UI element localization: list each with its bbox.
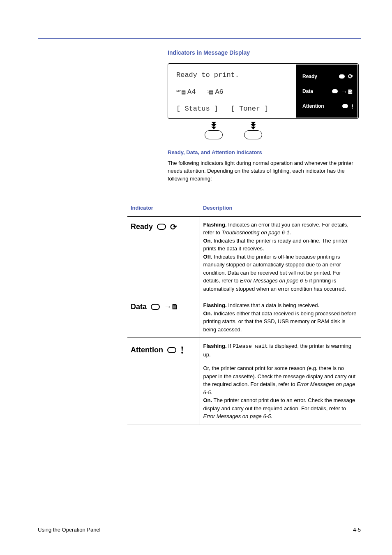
table-row: Ready ⟳ Flashing. Indicates an error tha… [127,216,361,297]
flashing-label: Flashing. [203,302,227,308]
on-label: On. [203,310,212,317]
document-arrow-icon: →🗎 [164,301,179,312]
description-cell-attention: Flashing. If Please wait is displayed, t… [200,338,361,425]
text: The printer cannot print due to an error… [203,397,355,412]
right-softkey-button[interactable] [244,130,262,139]
header-rule [38,38,361,39]
cross-ref-link[interactable]: Error Messages on page 6-5 [240,278,308,284]
text: Indicates that the printer is ready and … [203,238,348,252]
intro-paragraph: The following indicators light during no… [168,160,361,183]
led-outline-icon [167,347,176,353]
off-label: Off. [203,254,212,260]
led-row-attention: Attention ! [301,103,353,110]
on-label: On. [203,238,212,244]
tray-mp-size: A4 [187,88,196,96]
flashing-label: Flashing. [203,222,227,228]
led-bulb-icon [332,89,338,93]
page-number: 4-5 [353,527,361,533]
indicator-cell-ready: Ready ⟳ [127,216,200,297]
indicator-cell-data: Data →🗎 [127,297,200,338]
led-row-ready: Ready ⟳ [301,73,353,80]
tray-1-size: A6 [215,88,223,96]
toner-softkey-label: [ Toner ] [231,105,269,113]
led-bulb-icon [342,104,348,108]
softkeys: ▾▾▾ ▾▾▾ [205,121,359,139]
text: If [227,343,233,349]
text: Indicates either that data received is b… [203,310,357,333]
text: . [290,229,291,236]
table-row: Data →🗎 Flashing. Indicates that a data … [127,297,361,338]
tray-1-icon: ¹▤ [207,89,213,95]
tray-mp-icon: ᴹᴾ▤ [176,89,186,95]
indicator-name: Attention [131,345,163,356]
section-heading: Indicators in Message Display [168,49,361,56]
right-softkey: ▾▾▾ [244,121,262,139]
table-row: Attention ! Flashing. If Please wait is … [127,338,361,425]
led-ready-label: Ready [302,74,317,79]
text: . [211,389,212,395]
speaker-hole-icon [351,65,356,68]
left-softkey: ▾▾▾ [205,121,223,139]
description-cell-ready: Flashing. Indicates an error that you ca… [200,216,361,297]
table-header-row: Indicator Description [127,200,361,216]
text: . [271,413,272,419]
led-attention-label: Attention [302,103,324,109]
tray-mp: ᴹᴾ▤A4 [176,88,196,96]
exclamation-icon: ! [180,342,184,358]
display-bezel: Ready to print. ᴹᴾ▤A4 ¹▤A6 [ Status ] [ … [168,63,359,119]
indicator-name: Data [131,301,147,312]
led-row-data: Data →🗎 [301,88,353,95]
lcd-line-3: [ Status ] [ Toner ] [176,105,292,113]
power-icon: ⟳ [348,73,353,80]
led-data-label: Data [302,88,313,94]
footer-title: Using the Operation Panel [38,527,100,533]
indicator-cell-attention: Attention ! [127,338,200,425]
triangle-down-icon: ▾▾▾ [212,121,215,129]
indicator-table-wrap: Indicator Description Ready ⟳ Flashing. … [127,200,361,425]
led-panel: Ready ⟳ Data →🗎 Attention ! [297,65,357,118]
indicator-table: Indicator Description Ready ⟳ Flashing. … [127,200,361,425]
lcd-line-1: Ready to print. [176,71,292,79]
led-outline-icon [151,304,160,310]
code-text: Please wait [233,343,268,349]
subsection-heading: Ready, Data, and Attention Indicators [168,149,361,155]
flashing-label: Flashing. [203,343,227,349]
display-figure: Ready to print. ᴹᴾ▤A4 ¹▤A6 [ Status ] [ … [168,63,359,139]
status-softkey-label: [ Status ] [176,105,218,113]
power-icon: ⟳ [170,221,177,233]
lcd-line-2: ᴹᴾ▤A4 ¹▤A6 [176,88,292,96]
exclamation-icon: ! [351,103,353,110]
lcd-screen: Ready to print. ᴹᴾ▤A4 ¹▤A6 [ Status ] [ … [169,65,297,118]
cross-ref-link[interactable]: Error Messages on page 6-5 [203,413,271,419]
cross-ref-link[interactable]: Troubleshooting on page 6-1 [221,229,289,236]
tray-1: ¹▤A6 [207,88,223,96]
led-outline-icon [157,224,166,230]
description-cell-data: Flashing. Indicates that a data is being… [200,297,361,338]
main-content: Indicators in Message Display Ready to p… [168,49,361,189]
col-indicator: Indicator [127,200,200,216]
text: Indicates that a data is being received. [227,302,319,308]
document-arrow-icon: →🗎 [341,88,353,95]
led-bulb-icon [339,74,345,79]
col-description: Description [200,200,361,216]
triangle-down-icon: ▾▾▾ [252,121,255,129]
page-footer: Using the Operation Panel 4-5 [38,524,361,533]
indicator-name: Ready [131,221,153,232]
left-softkey-button[interactable] [205,130,223,139]
on-label: On. [203,397,212,403]
